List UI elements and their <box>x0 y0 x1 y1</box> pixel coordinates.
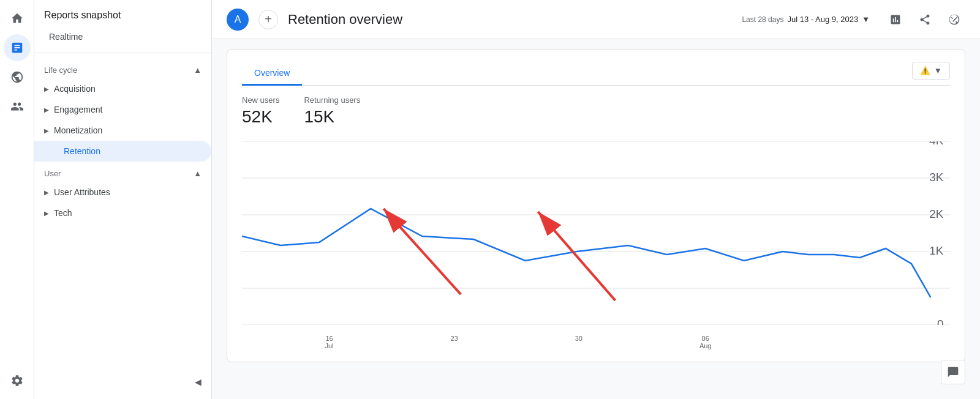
main-header: A + Retention overview Last 28 days Jul … <box>212 0 980 39</box>
dropdown-icon: ▼ <box>862 15 870 24</box>
x-axis-labels: 16 Jul 23 30 06 Aug <box>242 335 913 349</box>
line-chart: 4K 3K 2K 1K 0 <box>242 141 950 325</box>
insights-icon-btn[interactable] <box>4 64 31 91</box>
x-label-06aug: 06 Aug <box>699 335 712 349</box>
chart-type-btn[interactable] <box>884 9 907 31</box>
svg-text:1K: 1K <box>929 244 944 256</box>
chart-card: Overview New users 52K Returning users 1… <box>227 49 965 362</box>
metrics-row: New users 52K Returning users 15K <box>242 95 950 127</box>
sidebar: Reports snapshot Realtime Life cycle ▲ ▶… <box>34 0 212 399</box>
tech-label: Tech <box>54 208 72 218</box>
sidebar-collapse-btn[interactable]: ◀ <box>34 370 211 394</box>
svg-text:4K: 4K <box>929 141 944 147</box>
user-section-header: User ▲ <box>34 162 211 182</box>
acquisition-label: Acquisition <box>54 84 96 94</box>
retention-label: Retention <box>64 146 100 156</box>
returning-users-label: Returning users <box>304 95 360 105</box>
engagement-label: Engagement <box>54 105 102 114</box>
svg-text:3K: 3K <box>929 171 944 183</box>
new-users-value: 52K <box>242 107 279 127</box>
audiences-icon-btn[interactable] <box>4 93 31 120</box>
x-label-16jul: 16 Jul <box>325 335 333 349</box>
sidebar-item-monetization[interactable]: ▶ Monetization <box>34 120 211 141</box>
svg-text:2K: 2K <box>929 207 944 220</box>
share-btn[interactable] <box>914 9 936 31</box>
svg-text:0: 0 <box>937 318 944 325</box>
chevron-right-icon: ▶ <box>44 189 49 196</box>
icon-rail <box>0 0 34 399</box>
chat-btn[interactable] <box>941 360 965 384</box>
x-label-end <box>828 335 830 349</box>
sidebar-item-realtime[interactable]: Realtime <box>34 26 211 48</box>
returning-users-metric: Returning users 15K <box>304 95 360 127</box>
lifecycle-section-header: Life cycle ▲ <box>34 58 211 78</box>
sidebar-item-retention[interactable]: Retention <box>34 141 211 162</box>
warning-icon: ⚠️ <box>920 66 930 75</box>
warning-btn[interactable]: ⚠️ ▼ <box>912 62 950 80</box>
settings-icon-btn[interactable] <box>4 367 31 394</box>
tab-overview[interactable]: Overview <box>242 62 302 86</box>
date-range-value: Jul 13 - Aug 9, 2023 <box>787 15 858 24</box>
sidebar-title-text: Reports snapshot <box>44 10 121 21</box>
dropdown-icon: ▼ <box>934 66 942 75</box>
chevron-right-icon: ▶ <box>44 127 49 134</box>
home-icon-btn[interactable] <box>4 5 31 32</box>
monetization-label: Monetization <box>54 125 102 135</box>
date-range-prefix: Last 28 days <box>742 15 783 24</box>
sidebar-title: Reports snapshot <box>34 0 211 26</box>
explore-btn[interactable] <box>943 9 965 31</box>
sidebar-item-acquisition[interactable]: ▶ Acquisition <box>34 78 211 99</box>
sidebar-item-user-attributes[interactable]: ▶ User Attributes <box>34 182 211 203</box>
sidebar-divider <box>34 53 211 53</box>
sidebar-item-tech[interactable]: ▶ Tech <box>34 203 211 223</box>
new-users-label: New users <box>242 95 279 105</box>
x-label-30: 30 <box>575 335 582 349</box>
chevron-right-icon: ▶ <box>44 86 49 92</box>
add-comparison-btn[interactable]: + <box>258 10 278 29</box>
date-range-btn[interactable]: Last 28 days Jul 13 - Aug 9, 2023 ▼ <box>734 11 877 28</box>
user-attributes-label: User Attributes <box>54 187 110 197</box>
reports-icon-btn[interactable] <box>4 34 31 61</box>
returning-users-value: 15K <box>304 107 360 127</box>
chart-tabs: Overview <box>242 62 950 86</box>
main-scrollable-content: Overview New users 52K Returning users 1… <box>212 39 980 399</box>
main-content-area: A + Retention overview Last 28 days Jul … <box>212 0 980 399</box>
x-label-23: 23 <box>450 335 458 349</box>
new-users-metric: New users 52K <box>242 95 279 127</box>
chevron-right-icon: ▶ <box>44 106 49 113</box>
chart-container: 4K 3K 2K 1K 0 <box>242 141 950 349</box>
sidebar-item-engagement[interactable]: ▶ Engagement <box>34 99 211 120</box>
chevron-right-icon: ▶ <box>44 210 49 217</box>
chevron-left-icon: ◀ <box>195 377 202 387</box>
page-title: Retention overview <box>288 12 725 28</box>
header-controls: Last 28 days Jul 13 - Aug 9, 2023 ▼ <box>734 9 965 31</box>
avatar[interactable]: A <box>227 9 249 31</box>
